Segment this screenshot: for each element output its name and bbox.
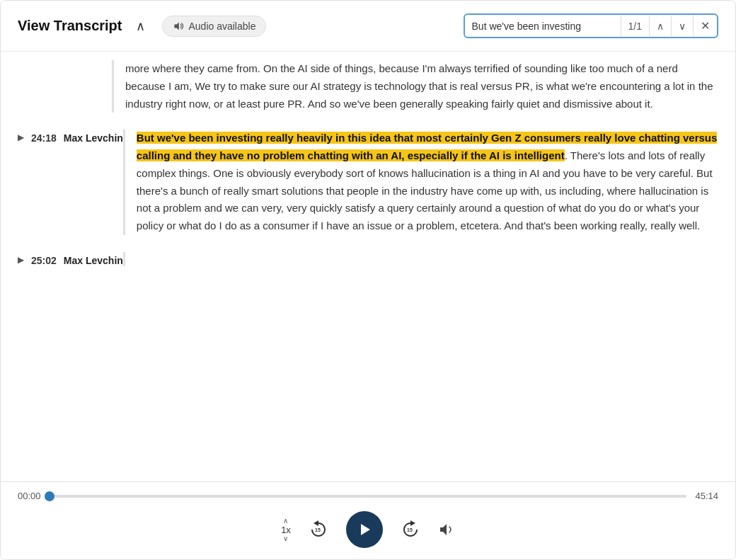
audio-icon	[173, 21, 184, 32]
segment-body-0: But we've been investing really heavily …	[123, 130, 718, 235]
search-next-button[interactable]: ∨	[671, 16, 693, 36]
segment-text-0: But we've been investing really heavily …	[137, 130, 718, 235]
segment-rest-text-0: . There's lots and lots of really comple…	[137, 149, 713, 232]
play-icon	[357, 522, 372, 537]
current-time: 00:00	[18, 491, 41, 501]
search-input[interactable]	[465, 16, 621, 36]
progress-thumb[interactable]	[45, 491, 54, 501]
forward-button[interactable]: 15	[397, 516, 424, 543]
chevron-down-icon: ∨	[679, 21, 686, 32]
partial-text: more where they came from. On the AI sid…	[112, 60, 718, 113]
play-pause-button[interactable]	[346, 511, 383, 548]
transcript-segment-1: ▶ 25:02 Max Levchin	[1, 244, 735, 275]
play-small-icon-1: ▶	[18, 255, 24, 265]
play-small-icon-0: ▶	[18, 132, 24, 142]
player-controls: ∧ 1x ∨ 15	[18, 511, 718, 548]
total-time: 45:14	[695, 491, 718, 501]
speed-up-arrow: ∧	[283, 518, 288, 525]
segment-speaker-1: Max Levchin	[64, 255, 123, 266]
segment-play-button-0[interactable]: ▶	[18, 132, 24, 142]
audio-available-button[interactable]: Audio available	[162, 16, 266, 37]
search-area: 1/1 ∧ ∨ ✕	[464, 13, 718, 38]
collapse-button[interactable]: ∧	[133, 17, 148, 35]
svg-text:15: 15	[407, 527, 413, 532]
segment-controls-0: ▶ 24:18 Max Levchin	[1, 130, 123, 235]
header: View Transcript ∧ Audio available 1/1 ∧ …	[1, 1, 735, 52]
partial-segment: more where they came from. On the AI sid…	[1, 52, 735, 121]
transcript-container: View Transcript ∧ Audio available 1/1 ∧ …	[0, 0, 736, 560]
page-title: View Transcript	[18, 18, 122, 34]
progress-bar-row: 00:00 45:14	[18, 491, 718, 501]
svg-text:15: 15	[315, 527, 321, 532]
speed-down-arrows: ∨	[283, 535, 288, 542]
forward-icon: 15	[399, 518, 422, 541]
progress-track[interactable]	[50, 495, 687, 498]
close-icon: ✕	[701, 19, 710, 33]
segment-body-1	[123, 252, 718, 266]
segment-controls-1: ▶ 25:02 Max Levchin	[1, 252, 123, 266]
rewind-button[interactable]: 15	[305, 516, 332, 543]
segment-timestamp-1: 25:02	[31, 255, 57, 266]
segment-speaker-0: Max Levchin	[64, 132, 123, 144]
volume-button[interactable]	[438, 521, 455, 538]
audio-player: 00:00 45:14 ∧ 1x ∨	[1, 481, 735, 559]
rewind-icon: 15	[307, 518, 330, 541]
speed-button[interactable]: ∧ 1x ∨	[281, 518, 291, 542]
segment-play-button-1[interactable]: ▶	[18, 255, 24, 265]
speed-label: 1x	[281, 525, 291, 535]
collapse-icon: ∧	[136, 18, 145, 34]
search-count: 1/1	[621, 16, 649, 36]
speed-down-arrow: ∨	[283, 535, 288, 542]
search-prev-button[interactable]: ∧	[649, 16, 671, 36]
search-close-button[interactable]: ✕	[693, 15, 717, 37]
segment-timestamp-0: 24:18	[31, 132, 57, 144]
audio-badge-label: Audio available	[188, 21, 255, 32]
transcript-segment-0: ▶ 24:18 Max Levchin But we've been inves…	[1, 121, 735, 244]
transcript-content: more where they came from. On the AI sid…	[1, 52, 735, 481]
volume-icon	[438, 521, 455, 538]
speed-arrows: ∧	[283, 518, 288, 525]
svg-marker-1	[361, 524, 370, 535]
chevron-up-icon: ∧	[657, 21, 664, 32]
